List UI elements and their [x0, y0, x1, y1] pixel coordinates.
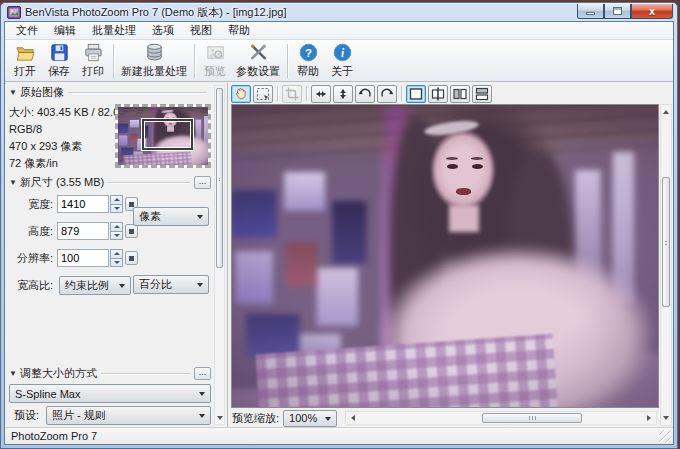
scroll-left-button[interactable]	[347, 412, 359, 424]
marquee-tool-button[interactable]	[253, 85, 273, 103]
new-size-more-button[interactable]: ...	[194, 176, 211, 189]
rotate-cw-button[interactable]	[377, 85, 397, 103]
horizontal-scrollbar[interactable]	[345, 411, 657, 425]
open-button[interactable]: 打开	[8, 41, 42, 81]
viewer-toolbar-separator	[306, 86, 307, 101]
original-size: 大小: 403.45 KB / 82.65 KB	[9, 104, 115, 121]
view-side-by-side-button[interactable]	[450, 85, 470, 103]
menu-help[interactable]: 帮助	[220, 21, 258, 41]
help-button[interactable]: ? 帮助	[291, 41, 325, 81]
resolution-reset-button[interactable]	[125, 251, 138, 265]
view-stacked-button[interactable]	[472, 85, 492, 103]
scroll-right-button[interactable]	[643, 412, 655, 424]
sidebar-scrollbar-thumb[interactable]	[216, 88, 223, 268]
pan-tool-button[interactable]	[231, 85, 251, 103]
collapse-icon: ▼	[9, 369, 17, 378]
toolbar-separator	[287, 44, 288, 78]
sidebar-scrollbar[interactable]	[214, 85, 225, 425]
viewer-toolbar	[228, 83, 673, 103]
height-input[interactable]	[57, 222, 109, 240]
viewer-bottom-bar: 预览缩放: 100%	[228, 409, 659, 427]
app-icon	[7, 6, 21, 19]
toolbar-separator	[194, 44, 195, 78]
menu-bar: 文件 编辑 批量处理 选项 视图 帮助	[5, 22, 673, 40]
settings-tools-icon	[248, 42, 269, 63]
sidebar-scroll-down-button[interactable]	[216, 412, 223, 423]
menu-edit[interactable]: 编辑	[46, 21, 84, 41]
help-icon: ?	[298, 42, 319, 63]
view-split-button[interactable]	[428, 85, 448, 103]
height-reset-button[interactable]	[125, 224, 138, 238]
resolution-unit-select[interactable]: 百分比	[133, 275, 209, 294]
size-unit-select[interactable]: 像素	[133, 207, 209, 226]
new-batch-button[interactable]: 新建批量处理	[117, 41, 191, 81]
status-text: PhotoZoom Pro 7	[11, 430, 97, 442]
resolution-label: 分辨率:	[9, 251, 53, 266]
close-icon: x	[649, 6, 655, 16]
main-toolbar: 打开 保存 打印	[5, 40, 673, 82]
height-label: 高度:	[9, 224, 53, 239]
chevron-down-icon	[199, 414, 205, 421]
rotate-cw-icon	[379, 86, 395, 102]
menu-file[interactable]: 文件	[8, 21, 46, 41]
save-button[interactable]: 保存	[42, 41, 76, 81]
menu-options[interactable]: 选项	[144, 21, 182, 41]
batch-database-icon	[144, 42, 165, 63]
menu-view[interactable]: 视图	[182, 21, 220, 41]
vertical-scrollbar-thumb[interactable]	[662, 177, 670, 307]
chevron-down-icon	[197, 215, 203, 222]
info-icon: i	[332, 42, 353, 63]
view-stacked-icon	[474, 86, 490, 102]
viewer-toolbar-separator	[401, 86, 402, 101]
minimize-button[interactable]	[577, 4, 604, 19]
navigator-thumbnail[interactable]	[115, 104, 211, 168]
resize-method-more-button[interactable]: ...	[194, 367, 211, 380]
print-icon	[83, 42, 104, 63]
chevron-down-icon	[197, 283, 203, 290]
menu-batch[interactable]: 批量处理	[84, 21, 144, 41]
about-button[interactable]: i 关于	[325, 41, 359, 81]
titlebar[interactable]: BenVista PhotoZoom Pro 7 (Demo 版本) - [im…	[1, 3, 677, 20]
app-window: BenVista PhotoZoom Pro 7 (Demo 版本) - [im…	[0, 2, 678, 449]
photo-art	[232, 105, 658, 407]
horizontal-scrollbar-thumb[interactable]	[482, 413, 581, 423]
scroll-down-button[interactable]	[662, 412, 670, 424]
settings-sidebar: ▼ 原始图像 大小: 403.45 KB / 82.65 KB RGB/8 47…	[5, 83, 228, 427]
view-split-icon	[430, 86, 446, 102]
width-input[interactable]	[57, 195, 109, 213]
settings-button[interactable]: 参数设置	[232, 41, 284, 81]
resolution-stepper[interactable]	[110, 249, 123, 267]
reset-icon	[129, 256, 134, 261]
photo-tint-overlay	[232, 105, 658, 407]
original-image-section-header[interactable]: ▼ 原始图像	[9, 85, 211, 100]
scroll-up-button[interactable]	[662, 106, 670, 118]
maximize-button[interactable]	[604, 4, 631, 19]
vertical-scrollbar[interactable]	[660, 104, 672, 426]
preset-select[interactable]: 照片 - 规则	[46, 406, 211, 425]
viewer-toolbar-separator	[277, 86, 278, 101]
resolution-input[interactable]	[57, 249, 109, 267]
crop-icon	[284, 86, 300, 102]
rotate-ccw-button[interactable]	[355, 85, 375, 103]
width-label: 宽度:	[9, 197, 53, 212]
height-stepper[interactable]	[110, 222, 123, 240]
aspect-ratio-select[interactable]: 约束比例	[59, 276, 131, 295]
print-button[interactable]: 打印	[76, 41, 110, 81]
close-button[interactable]: x	[631, 4, 673, 19]
view-side-by-side-icon	[452, 86, 468, 102]
preview-zoom-select[interactable]: 100%	[283, 410, 337, 427]
open-folder-icon	[15, 42, 36, 63]
resize-method-section-header[interactable]: ▼ 调整大小的方式 ...	[9, 366, 211, 381]
chevron-down-icon	[119, 284, 125, 291]
thumbnail-selection-rect[interactable]	[142, 119, 192, 150]
image-canvas[interactable]	[231, 104, 659, 408]
chevron-down-icon	[325, 417, 331, 424]
flip-vertical-button[interactable]	[333, 85, 353, 103]
original-mode: RGB/8	[9, 121, 115, 138]
view-single-button[interactable]	[406, 85, 426, 103]
resize-grip[interactable]	[659, 430, 672, 443]
algorithm-select[interactable]: S-Spline Max	[9, 384, 211, 403]
new-size-section-header[interactable]: ▼ 新尺寸 (3.55 MB) ...	[9, 175, 211, 190]
width-stepper[interactable]	[110, 195, 123, 213]
flip-horizontal-button[interactable]	[311, 85, 331, 103]
